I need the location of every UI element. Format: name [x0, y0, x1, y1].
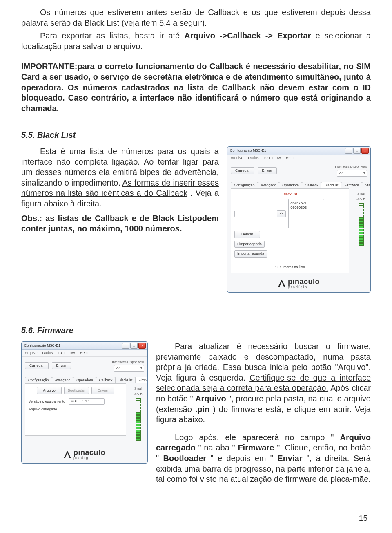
blacklist-title-label: BlackList: [283, 192, 297, 196]
obs-note: Obs.: as listas de Callback e de Black L…: [21, 213, 219, 234]
brand-footer: pınaculo prodígio: [227, 273, 370, 292]
tab-avancado[interactable]: Avançado: [258, 182, 280, 188]
interfaces-select[interactable]: 27 ▾: [114, 365, 144, 372]
bootloader-button[interactable]: Bootloader: [64, 387, 89, 394]
text: " na aba ": [198, 443, 235, 452]
enviar-fw-button[interactable]: Enviar: [91, 387, 114, 394]
paragraph: Logo após, ele aparecerá no campo " Arqu…: [156, 432, 371, 485]
enviar-button[interactable]: Enviar: [258, 167, 277, 175]
menu-bar: Arquivo Dados 10.1.1.165 Help: [22, 350, 147, 357]
menu-item-help[interactable]: Help: [286, 156, 294, 161]
interfaces-select[interactable]: 27 ▾: [337, 170, 367, 177]
blacklist-count-label: 19 numeros na lista: [234, 265, 345, 269]
window-controls: – □ ×: [122, 343, 146, 349]
carregar-button[interactable]: Carregar: [25, 362, 49, 370]
list-item[interactable]: 96969696: [290, 205, 322, 210]
paragraph: Para exportar as listas, basta ir até Ar…: [21, 31, 371, 52]
importar-agenda-button[interactable]: Importar agenda: [234, 250, 267, 258]
section-5-5-title: 5.5. Black List: [21, 130, 371, 141]
paragraph: Os números que estiverem antes serão de …: [21, 7, 371, 28]
text: Logo após, ele aparecerá no campo ": [175, 433, 334, 442]
tab-firmware[interactable]: Firmware: [135, 377, 148, 383]
brand-subtitle: prodígio: [74, 456, 105, 460]
brand-name: pınaculo: [288, 278, 320, 285]
text-bold: Firmware: [238, 443, 274, 452]
chevron-down-icon: ▾: [140, 366, 142, 370]
signal-indicator: Sinal -78dB: [355, 192, 367, 246]
tab-bar: Configuração Avançado Operadora Callback…: [227, 179, 370, 188]
menu-bar: Arquivo Dados 10.1.1.165 Help: [227, 155, 370, 162]
pinaculo-logo-icon: [278, 280, 285, 287]
signal-meter-icon: [136, 398, 140, 441]
add-to-list-button[interactable]: ->: [277, 210, 286, 217]
menu-item-arquivo[interactable]: Arquivo: [25, 351, 38, 356]
menu-item-dados[interactable]: Dados: [42, 351, 53, 356]
interfaces-value: 27: [116, 366, 120, 371]
arquivo-carregado-label: Arquivo carregado: [29, 407, 57, 412]
tab-configuracao[interactable]: Configuração: [25, 377, 52, 383]
blacklist-panel: BlackList -> 85457821 96969696 Deletar: [231, 188, 349, 273]
maximize-icon[interactable]: □: [353, 148, 361, 154]
paragraph: Para atualizar é necessário buscar o fir…: [156, 341, 371, 425]
tab-configuracao[interactable]: Configuração: [231, 182, 258, 188]
menu-item-dados[interactable]: Dados: [248, 156, 259, 161]
tab-avancado[interactable]: Avançado: [52, 377, 74, 383]
minimize-icon[interactable]: –: [122, 343, 129, 349]
section-5-5-body: Esta é uma lista de números para os quai…: [21, 146, 219, 237]
tab-callback[interactable]: Callback: [302, 182, 322, 188]
section-5-6-body: Para atualizar é necessário buscar o fir…: [156, 341, 371, 487]
tab-operadora[interactable]: Operadora: [279, 182, 302, 188]
firmware-panel: Arquivo Bootloader Enviar Versão no equi…: [25, 383, 126, 436]
tab-operadora[interactable]: Operadora: [73, 377, 96, 383]
menu-item-arquivo[interactable]: Arquivo: [231, 156, 243, 161]
brand-subtitle: prodígio: [288, 285, 320, 289]
chevron-down-icon: ▾: [363, 171, 365, 175]
brand-footer: pınaculo prodígio: [22, 444, 147, 463]
menu-item-help[interactable]: Help: [80, 351, 88, 356]
minimize-icon[interactable]: –: [345, 148, 352, 154]
menu-item-ip[interactable]: 10.1.1.165: [58, 351, 76, 356]
maximize-icon[interactable]: □: [130, 343, 138, 349]
arquivo-button[interactable]: Arquivo: [37, 387, 62, 394]
signal-value: -78dB: [132, 392, 144, 396]
window-title: Configuração M3C-E1: [24, 343, 60, 348]
blacklist-input[interactable]: [234, 211, 274, 217]
deletar-button[interactable]: Deletar: [234, 231, 260, 238]
text-bold: .pin: [195, 405, 210, 414]
tab-blacklist[interactable]: BlackList: [321, 182, 341, 188]
page-number: 15: [359, 513, 368, 523]
versao-label: Versão no equipamento: [29, 399, 65, 404]
section-5-6-title: 5.6. Firmware: [21, 325, 371, 336]
tab-firmware[interactable]: Firmware: [341, 182, 362, 188]
versao-value: M3C-E1.1.1: [69, 398, 105, 405]
interfaces-label: Interfaces Disponíveis: [112, 360, 144, 364]
text: Para exportar as listas, basta ir até: [40, 31, 184, 40]
tab-bar: Configuração Avançado Operadora Callback…: [22, 374, 147, 383]
signal-label: Sinal: [132, 387, 144, 391]
text-bold: Arquivo: [195, 394, 226, 403]
interfaces-value: 27: [339, 171, 343, 176]
interfaces-label: Interfaces Disponíveis: [335, 165, 367, 169]
text-bold: Arquivo ->Callback -> Exportar: [184, 31, 311, 40]
window-title: Configuração M3C-E1: [230, 148, 266, 153]
list-item[interactable]: 85457821: [290, 200, 322, 205]
close-icon[interactable]: ×: [138, 343, 146, 349]
enviar-button[interactable]: Enviar: [52, 362, 71, 370]
signal-indicator: Sinal -78dB: [132, 387, 144, 441]
tab-callback[interactable]: Callback: [96, 377, 116, 383]
carregar-button[interactable]: Carregar: [231, 167, 254, 175]
blacklist-listbox[interactable]: 85457821 96969696: [288, 199, 324, 228]
signal-label: Sinal: [355, 192, 367, 196]
signal-value: -78dB: [355, 197, 367, 202]
tab-status[interactable]: Status: [362, 182, 371, 188]
window-controls: – □ ×: [345, 148, 369, 154]
menu-item-ip[interactable]: 10.1.1.165: [264, 156, 281, 161]
pinaculo-logo-icon: [64, 451, 71, 458]
signal-meter-icon: [359, 203, 363, 246]
brand-name: pınaculo: [74, 449, 105, 456]
paragraph: Esta é uma lista de números para os quai…: [21, 146, 219, 209]
limpar-agenda-button[interactable]: Limpar agenda: [234, 241, 265, 248]
tab-blacklist[interactable]: BlackList: [115, 377, 136, 383]
close-icon[interactable]: ×: [361, 148, 369, 154]
text-bold: Enviar: [277, 454, 302, 463]
